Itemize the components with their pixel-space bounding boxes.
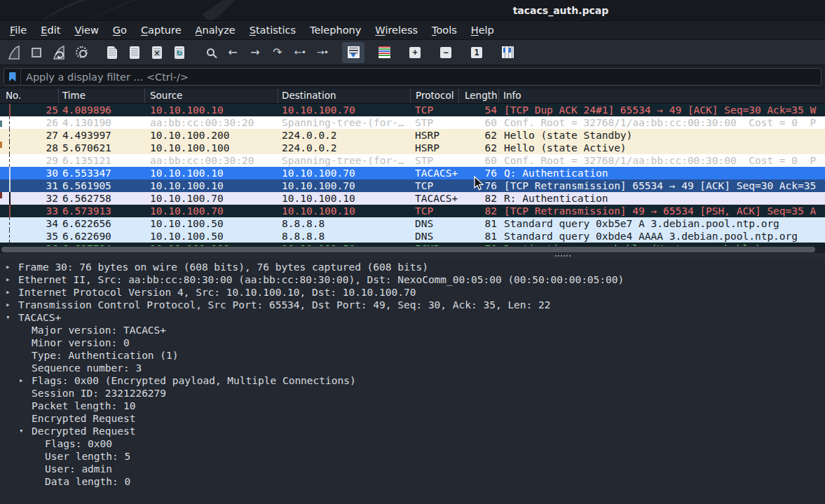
pane-splitter[interactable]: [0, 253, 825, 259]
detail-line[interactable]: User length: 5: [0, 450, 825, 463]
expander-icon[interactable]: [32, 463, 45, 475]
menu-item[interactable]: Capture: [134, 21, 189, 39]
packet-list-header: No. Time Source Destination Protocol Len…: [0, 88, 825, 104]
go-to-packet-button[interactable]: [266, 42, 289, 63]
detail-line[interactable]: Type: Authentication (1): [0, 349, 825, 362]
previous-packet-button[interactable]: [289, 42, 311, 63]
expander-icon[interactable]: [6, 286, 18, 299]
packet-row[interactable]: 35 6.622690 10.10.100.50 8.8.8.8 DNS 81 …: [0, 230, 825, 243]
column-header[interactable]: Info: [499, 88, 825, 103]
restart-capture-button[interactable]: [48, 42, 70, 63]
packet-row[interactable]: 29 6.135121 aa:bb:cc:00:30:20 Spanning-t…: [0, 154, 825, 167]
packet-row[interactable]: 31 6.561905 10.10.100.10 10.10.100.70 TC…: [0, 179, 825, 192]
open-file-button[interactable]: [101, 42, 123, 63]
menu-item[interactable]: Wireless: [368, 21, 425, 39]
find-packet-button[interactable]: [199, 42, 221, 63]
expander-icon[interactable]: [19, 349, 32, 362]
stop-capture-button[interactable]: [25, 42, 48, 63]
packet-row[interactable]: 28 5.670621 10.10.100.100 224.0.0.2 HSRP…: [0, 142, 825, 154]
detail-line[interactable]: Flags: 0x00: [0, 437, 825, 450]
expander-icon[interactable]: [19, 412, 32, 425]
mouse-cursor: [474, 176, 484, 191]
capture-options-button[interactable]: [70, 42, 93, 63]
expander-icon[interactable]: [32, 437, 45, 450]
zoom-out-button[interactable]: −: [435, 42, 457, 63]
packet-row[interactable]: 32 6.562758 10.10.100.70 10.10.100.10 TA…: [0, 192, 825, 205]
detail-line[interactable]: Transmission Control Protocol, Src Port:…: [0, 299, 825, 311]
shark-fin-icon: [7, 45, 21, 60]
go-back-button[interactable]: [221, 42, 244, 63]
expander-icon[interactable]: [32, 450, 45, 463]
expander-icon[interactable]: [19, 387, 32, 400]
detail-line[interactable]: Flags: 0x00 (Encrypted payload, Multiple…: [0, 374, 825, 387]
column-header[interactable]: Destination: [278, 88, 411, 103]
packet-row[interactable]: 33 6.573913 10.10.100.70 10.10.100.10 TC…: [0, 205, 825, 217]
filter-bookmark-button[interactable]: [4, 69, 21, 85]
zoom-original-button[interactable]: 1: [465, 42, 488, 63]
scrollbar-thumb[interactable]: [1, 247, 815, 252]
detail-line[interactable]: Major version: TACACS+: [0, 324, 825, 336]
horizontal-scrollbar[interactable]: [0, 246, 825, 253]
resize-columns-button[interactable]: [496, 42, 519, 63]
detail-line[interactable]: Packet length: 10: [0, 400, 825, 412]
expander-icon[interactable]: [32, 475, 45, 488]
close-file-button[interactable]: ✕: [146, 42, 168, 63]
zoom-in-button[interactable]: +: [404, 42, 426, 63]
expander-icon[interactable]: [6, 261, 18, 273]
go-forward-button[interactable]: [244, 42, 266, 63]
start-capture-button[interactable]: [3, 42, 25, 63]
detail-line[interactable]: User: admin: [0, 463, 825, 475]
detail-line[interactable]: Internet Protocol Version 4, Src: 10.10.…: [0, 286, 825, 299]
detail-line[interactable]: Frame 30: 76 bytes on wire (608 bits), 7…: [0, 261, 825, 273]
menu-item[interactable]: Analyze: [189, 21, 243, 39]
expander-icon[interactable]: [6, 273, 18, 286]
expander-icon[interactable]: [19, 425, 32, 437]
menu-item[interactable]: View: [67, 21, 105, 39]
expander-icon[interactable]: [19, 362, 32, 374]
detail-line[interactable]: TACACS+: [0, 311, 825, 324]
display-filter-input[interactable]: Apply a display filter ... <Ctrl-/>: [4, 68, 821, 86]
menu-item[interactable]: Help: [464, 21, 501, 39]
reload-file-icon: ↻: [175, 46, 184, 59]
packet-row[interactable]: 25 4.089896 10.10.100.10 10.10.100.70 TC…: [0, 104, 825, 116]
menu-item[interactable]: File: [3, 21, 34, 39]
packet-row[interactable]: 30 6.553347 10.10.100.10 10.10.100.70 TA…: [0, 167, 825, 179]
packet-time: 6.573913: [59, 205, 145, 217]
expander-icon[interactable]: [19, 324, 32, 336]
colorize-packets-button[interactable]: [373, 42, 395, 63]
detail-line[interactable]: Encrypted Request: [0, 412, 825, 425]
column-header[interactable]: Length: [459, 88, 499, 103]
menu-item[interactable]: Go: [106, 21, 134, 39]
save-file-button[interactable]: [123, 42, 146, 63]
expander-icon[interactable]: [19, 374, 32, 387]
detail-line[interactable]: Session ID: 2321226279: [0, 387, 825, 400]
column-header[interactable]: Protocol: [411, 88, 459, 103]
detail-line[interactable]: Ethernet II, Src: aa:bb:cc:80:30:00 (aa:…: [0, 273, 825, 286]
column-header[interactable]: Source: [145, 88, 278, 103]
packet-row[interactable]: 26 4.130190 aa:bb:cc:00:30:20 Spanning-t…: [0, 116, 825, 129]
titlebar[interactable]: tacacs_auth.pcap: [0, 0, 825, 21]
auto-scroll-button[interactable]: [342, 42, 364, 63]
column-header[interactable]: No.: [0, 88, 59, 103]
menu-item[interactable]: Telephony: [303, 21, 368, 39]
menu-item[interactable]: Statistics: [243, 21, 303, 39]
packet-row[interactable]: 34 6.622656 10.10.100.50 8.8.8.8 DNS 81 …: [0, 217, 825, 230]
expander-icon[interactable]: [6, 299, 18, 311]
detail-line[interactable]: Minor version: 0: [0, 336, 825, 349]
kali-dragon-logo: [0, 0, 280, 21]
expander-icon[interactable]: [19, 336, 32, 349]
detail-line[interactable]: Decrypted Request: [0, 425, 825, 437]
packet-no: 31: [11, 179, 59, 192]
expander-icon[interactable]: [6, 311, 18, 324]
detail-line[interactable]: Data length: 0: [0, 475, 825, 488]
packet-destination: 8.8.8.8: [278, 217, 411, 230]
column-header[interactable]: Time: [59, 88, 145, 103]
detail-line[interactable]: Sequence number: 3: [0, 362, 825, 374]
packet-no: 30: [11, 167, 59, 179]
next-packet-button[interactable]: [311, 42, 334, 63]
reload-file-button[interactable]: ↻: [168, 42, 191, 63]
packet-row[interactable]: 27 4.493997 10.10.100.200 224.0.0.2 HSRP…: [0, 129, 825, 142]
expander-icon[interactable]: [19, 400, 32, 412]
menu-item[interactable]: Tools: [425, 21, 464, 39]
menu-item[interactable]: Edit: [34, 21, 67, 39]
